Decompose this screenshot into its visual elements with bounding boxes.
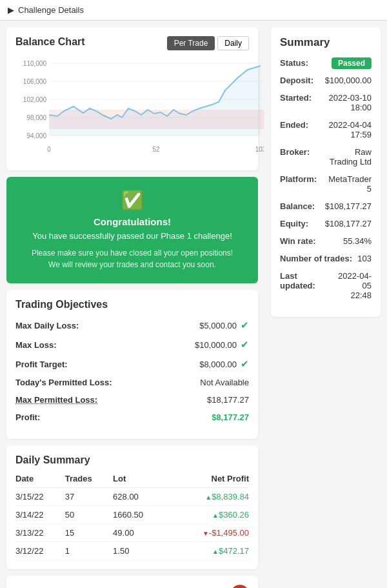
- obj-value-todays-permitted: Not Available: [200, 378, 249, 387]
- summary-label-win-rate: Win rate:: [280, 236, 316, 246]
- daily-summary-table: Date Trades Lot Net Profit 3/15/22 37 62…: [15, 474, 249, 560]
- table-row: 3/12/22 1 1.50 ▲$472.17: [15, 542, 249, 560]
- left-column: Balance Chart Per Trade Daily 110,000 10…: [0, 21, 264, 588]
- cell-net-profit: ▲$360.26: [166, 506, 249, 524]
- cell-trades: 15: [65, 524, 113, 542]
- svg-marker-11: [49, 66, 261, 136]
- svg-text:52: 52: [152, 146, 160, 153]
- summary-row-last-updated: Last updated: 2022-04-0522:48: [280, 271, 372, 300]
- congrats-note: Please make sure you have closed all you…: [19, 247, 245, 270]
- summary-label-equity: Equity:: [280, 219, 308, 228]
- obj-label-profit-target: Profit Target:: [15, 360, 68, 369]
- cell-trades: 1: [65, 542, 113, 560]
- svg-text:110,000: 110,000: [23, 60, 47, 67]
- obj-value-max-daily-loss: $5,000.00: [199, 321, 237, 330]
- summary-value-status: Passed: [332, 58, 372, 68]
- summary-row-started: Started: 2022-03-1018:00: [280, 93, 372, 112]
- balance-chart-card: Balance Chart Per Trade Daily 110,000 10…: [6, 27, 258, 170]
- summary-value-deposit: $100,000.00: [325, 76, 372, 85]
- col-trades: Trades: [65, 474, 113, 488]
- daily-summary-title: Daily Summary: [15, 454, 249, 466]
- daily-table-body: 3/15/22 37 628.00 ▲$8,839.84 3/14/22 50 …: [15, 488, 249, 560]
- obj-value-profit: $8,177.27: [212, 412, 249, 422]
- obj-row-profit-target: Profit Target: $8,000.00 ✔: [15, 358, 249, 370]
- summary-label-num-trades: Number of trades:: [280, 254, 352, 263]
- table-row: 3/13/22 15 49.00 ▼-$1,495.00: [15, 524, 249, 542]
- obj-label-max-loss: Max Loss:: [15, 340, 57, 350]
- obj-label-max-daily-loss: Max Daily Loss:: [15, 321, 79, 330]
- obj-label-todays-permitted: Today's Permitted Loss:: [15, 378, 112, 387]
- obj-value-max-loss: $10,000.00: [195, 340, 237, 350]
- summary-label-ended: Ended:: [280, 120, 308, 139]
- summary-label-deposit: Deposit:: [280, 76, 313, 85]
- check-profit-target: ✔: [241, 358, 249, 370]
- obj-value-profit-target: $8,000.00: [199, 360, 237, 369]
- daily-button[interactable]: Daily: [217, 36, 249, 50]
- summary-card: Summary Status: Passed Deposit: $100,000…: [271, 27, 381, 317]
- svg-text:94,000: 94,000: [26, 132, 46, 139]
- trades-expand-button[interactable]: ▶: [231, 585, 249, 588]
- chart-toggle-controls: Per Trade Daily: [167, 36, 249, 50]
- trades-header: Trades ▶: [15, 585, 249, 588]
- summary-value-platform: MetaTrader5: [328, 174, 372, 194]
- svg-text:102,000: 102,000: [23, 96, 47, 103]
- breadcrumb-label[interactable]: Challenge Details: [18, 5, 84, 15]
- summary-label-status: Status:: [280, 58, 308, 68]
- balance-chart-svg: 110,000 106,000 102,000 98,000 94,000: [15, 58, 264, 161]
- congrats-note-line1: Please make sure you have closed all you…: [19, 247, 245, 259]
- table-row: 3/15/22 37 628.00 ▲$8,839.84: [15, 488, 249, 506]
- congrats-title: Congratulations!: [19, 216, 245, 227]
- cell-date: 3/15/22: [15, 488, 65, 506]
- status-badge: Passed: [332, 57, 372, 69]
- per-trade-button[interactable]: Per Trade: [167, 36, 215, 50]
- obj-row-profit: Profit: $8,177.27: [15, 412, 249, 422]
- summary-value-ended: 2022-04-0417:59: [329, 120, 372, 139]
- table-row: 3/14/22 50 1660.50 ▲$360.26: [15, 506, 249, 524]
- obj-label-max-permitted: Max Permitted Loss:: [15, 395, 97, 405]
- col-date: Date: [15, 474, 65, 488]
- cell-date: 3/13/22: [15, 524, 65, 542]
- summary-label-balance: Balance:: [280, 201, 315, 211]
- obj-value-max-permitted: $18,177.27: [207, 395, 249, 405]
- right-column: Summary Status: Passed Deposit: $100,000…: [264, 21, 387, 588]
- obj-row-max-permitted: Max Permitted Loss: $18,177.27: [15, 395, 249, 405]
- cell-lot: 49.00: [113, 524, 166, 542]
- svg-text:0: 0: [47, 146, 51, 153]
- summary-row-ended: Ended: 2022-04-0417:59: [280, 120, 372, 139]
- breadcrumb-arrow: ▶: [8, 5, 14, 15]
- summary-row-balance: Balance: $108,177.27: [280, 201, 372, 211]
- trades-section: Trades ▶: [6, 576, 258, 588]
- daily-summary-card: Daily Summary Date Trades Lot Net Profit…: [6, 445, 258, 569]
- summary-value-broker: RawTrading Ltd: [330, 147, 372, 167]
- summary-row-deposit: Deposit: $100,000.00: [280, 76, 372, 85]
- check-max-daily-loss: ✔: [241, 319, 249, 331]
- congrats-icon: ✅: [19, 190, 245, 211]
- summary-row-win-rate: Win rate: 55.34%: [280, 236, 372, 246]
- breadcrumb: ▶ Challenge Details: [0, 0, 387, 21]
- summary-row-status: Status: Passed: [280, 58, 372, 68]
- summary-label-last-updated: Last updated:: [280, 271, 332, 300]
- cell-trades: 37: [65, 488, 113, 506]
- obj-row-todays-permitted: Today's Permitted Loss: Not Available: [15, 378, 249, 387]
- cell-lot: 1.50: [113, 542, 166, 560]
- summary-value-last-updated: 2022-04-0522:48: [332, 271, 372, 300]
- col-lot: Lot: [113, 474, 166, 488]
- cell-trades: 50: [65, 506, 113, 524]
- obj-row-max-loss: Max Loss: $10,000.00 ✔: [15, 339, 249, 350]
- svg-text:106,000: 106,000: [23, 78, 47, 85]
- daily-table-header: Date Trades Lot Net Profit: [15, 474, 249, 488]
- check-max-loss: ✔: [241, 339, 249, 350]
- congrats-banner: ✅ Congratulations! You have successfully…: [6, 177, 258, 283]
- trading-objectives-card: Trading Objectives Max Daily Loss: $5,00…: [6, 290, 258, 439]
- summary-value-started: 2022-03-1018:00: [329, 93, 372, 112]
- cell-date: 3/12/22: [15, 542, 65, 560]
- summary-row-num-trades: Number of trades: 103: [280, 254, 372, 263]
- congrats-subtitle: You have successfully passed our Phase 1…: [19, 231, 245, 241]
- summary-value-win-rate: 55.34%: [343, 236, 372, 246]
- summary-row-equity: Equity: $108,177.27: [280, 219, 372, 228]
- balance-chart-title: Balance Chart: [15, 36, 85, 48]
- col-net-profit: Net Profit: [166, 474, 249, 488]
- summary-row-broker: Broker: RawTrading Ltd: [280, 147, 372, 167]
- cell-net-profit: ▼-$1,495.00: [166, 524, 249, 542]
- objectives-title: Trading Objectives: [15, 299, 249, 310]
